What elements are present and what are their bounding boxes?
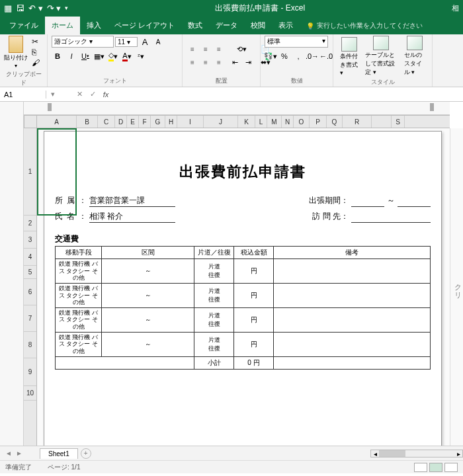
tab-layout[interactable]: ページ レイアウト xyxy=(108,17,181,34)
expense-table: 移動手段 区間 片道／往復 税込金額 備考 鉄道 飛行機 バス タクシー その他… xyxy=(55,246,431,370)
section-title: 交通費 xyxy=(55,233,431,245)
phonetic-button[interactable]: ᶻ▾ xyxy=(135,50,147,62)
status-ready: 準備完了 xyxy=(5,463,32,472)
table-row[interactable]: 鉄道 飛行機 バス タクシー その他～片道往復円 xyxy=(56,283,431,307)
scroll-left-icon[interactable]: ◂ xyxy=(371,450,379,457)
row-headers[interactable]: 12345678910 xyxy=(24,128,37,446)
percent-button[interactable]: % xyxy=(278,50,290,62)
font-size-select[interactable]: 11 ▾ xyxy=(115,37,138,47)
formula-cancel-icon[interactable]: ✕ xyxy=(73,90,86,99)
period-to[interactable] xyxy=(398,195,431,207)
tab-insert[interactable]: 挿入 xyxy=(80,17,108,34)
column-headers[interactable]: ABCDEFGHIJKLMNOPQRS xyxy=(37,115,450,128)
number-format-select[interactable]: 標準 ▾ xyxy=(265,36,328,48)
copy-icon[interactable]: ⎘ xyxy=(32,48,40,57)
alignment-grid[interactable]: ≡≡≡≡≡≡ xyxy=(187,43,225,68)
group-font: フォント xyxy=(52,77,178,85)
name-box[interactable]: A1 xyxy=(0,91,46,99)
dest-value[interactable] xyxy=(351,211,431,223)
subtotal-label: 小計 xyxy=(194,356,234,369)
affil-value[interactable]: 営業部営業一課 xyxy=(89,195,175,207)
tab-nav-next-icon[interactable]: ► xyxy=(16,450,22,457)
underline-button[interactable]: U ▾ xyxy=(79,50,91,62)
horizontal-ruler xyxy=(24,102,450,115)
right-taskpane-hint[interactable]: クリ xyxy=(450,128,463,446)
scroll-right-icon[interactable]: ▸ xyxy=(454,450,462,457)
paste-button[interactable]: 貼り付け▾ xyxy=(4,36,28,69)
italic-button[interactable]: I xyxy=(65,50,77,62)
view-pagebreak-button[interactable] xyxy=(444,463,458,472)
table-format-icon xyxy=(373,36,389,50)
group-styles: スタイル xyxy=(337,78,428,87)
view-pagelayout-button[interactable] xyxy=(429,463,442,472)
affil-label: 所属： xyxy=(55,195,87,207)
period-label: 出張期間： xyxy=(309,195,349,207)
font-color-button[interactable]: A▾ xyxy=(121,50,133,62)
dest-label: 訪 問 先： xyxy=(312,211,349,223)
tab-file[interactable]: ファイル xyxy=(3,17,45,34)
sheet-tab-1[interactable]: Sheet1 xyxy=(40,448,78,459)
border-button[interactable]: ▦▾ xyxy=(93,50,105,62)
excel-icon: ▦ xyxy=(4,3,12,13)
th-section: 区間 xyxy=(102,247,194,259)
indent-dec-icon[interactable]: ⇤ xyxy=(229,56,241,68)
tab-data[interactable]: データ xyxy=(209,17,244,34)
subtotal-value: 0 円 xyxy=(234,356,274,369)
format-painter-icon[interactable]: 🖌 xyxy=(32,58,40,67)
format-table-button[interactable]: テーブルとして書式設定 ▾ xyxy=(362,36,400,77)
page-preview: 出張費前払申請書 所属：営業部営業一課 出張期間：～ 氏名：相澤 裕介 訪 問 … xyxy=(44,131,442,448)
table-row[interactable]: 鉄道 飛行機 バス タクシー その他～片道往復円 xyxy=(56,332,431,356)
window-title: 出張費前払申請書 - Excel xyxy=(68,3,452,14)
status-page: ページ: 1/1 xyxy=(48,463,80,472)
th-oneway: 片道／往復 xyxy=(194,247,234,259)
table-row[interactable]: 鉄道 飛行機 バス タクシー その他～片道往復円 xyxy=(56,307,431,332)
cell-style-icon xyxy=(407,36,423,50)
group-number: 数値 xyxy=(265,77,329,85)
group-align: 配置 xyxy=(187,77,256,85)
add-sheet-button[interactable]: + xyxy=(81,448,91,459)
tab-home[interactable]: ホーム xyxy=(45,17,80,34)
orientation-button[interactable]: ⟲▾ xyxy=(229,43,254,55)
account-corner: 相 xyxy=(452,3,459,13)
select-all-triangle[interactable] xyxy=(24,115,37,128)
dec-decimal-icon[interactable]: ←.0 xyxy=(320,50,332,62)
accounting-button[interactable]: 💱▾ xyxy=(265,50,276,62)
undo-icon[interactable]: ↶ ▾ xyxy=(28,3,43,13)
cell-styles-button[interactable]: セルのスタイル ▾ xyxy=(401,36,428,77)
conditional-format-button[interactable]: 条件付き書式 ▾ xyxy=(337,37,361,76)
period-from[interactable] xyxy=(351,195,384,207)
tell-me[interactable]: 💡実行したい作業を入力してください xyxy=(300,17,429,34)
tab-nav-prev-icon[interactable]: ◄ xyxy=(5,450,12,457)
lightbulb-icon: 💡 xyxy=(306,22,314,30)
horizontal-scrollbar[interactable]: ◂▸ xyxy=(370,450,463,457)
inc-decimal-icon[interactable]: .0→ xyxy=(306,50,318,62)
font-name-select[interactable]: 游ゴシック ▾ xyxy=(52,36,114,48)
bold-button[interactable]: B xyxy=(52,50,63,62)
fx-icon[interactable]: fx xyxy=(99,91,112,99)
tab-formulas[interactable]: 数式 xyxy=(181,17,209,34)
comma-button[interactable]: , xyxy=(292,50,304,62)
redo-icon[interactable]: ↷ ▾ xyxy=(47,3,62,13)
formula-confirm-icon[interactable]: ✓ xyxy=(86,90,99,99)
th-transport: 移動手段 xyxy=(56,247,102,259)
tab-view[interactable]: 表示 xyxy=(272,17,300,34)
group-clipboard: クリップボード xyxy=(4,70,43,87)
increase-font-icon[interactable]: A xyxy=(139,36,151,48)
name-value[interactable]: 相澤 裕介 xyxy=(89,211,175,223)
th-note: 備考 xyxy=(274,247,431,259)
decrease-font-icon[interactable]: A xyxy=(152,36,164,48)
table-row[interactable]: 鉄道 飛行機 バス タクシー その他～片道往復円 xyxy=(56,259,431,284)
cond-format-icon xyxy=(341,37,357,52)
view-normal-button[interactable] xyxy=(414,463,427,472)
fill-color-button[interactable]: ◇▾ xyxy=(107,50,119,62)
tab-review[interactable]: 校閲 xyxy=(244,17,272,34)
cut-icon[interactable]: ✂ xyxy=(32,37,40,46)
indent-inc-icon[interactable]: ⇥ xyxy=(242,56,254,68)
name-label: 氏名： xyxy=(55,211,87,223)
doc-title: 出張費前払申請書 xyxy=(55,162,431,182)
vertical-ruler xyxy=(0,102,24,446)
save-icon[interactable]: 🖫 xyxy=(16,3,24,13)
th-amount: 税込金額 xyxy=(234,247,274,259)
clipboard-icon xyxy=(9,36,23,53)
name-box-dropdown-icon[interactable]: ▾ xyxy=(46,90,60,99)
